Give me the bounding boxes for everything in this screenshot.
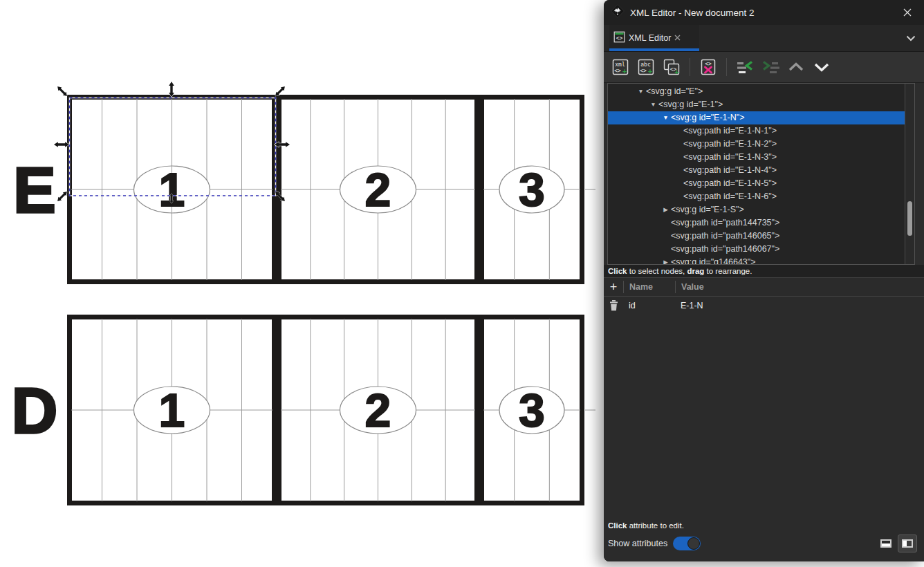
dialog-bottombar: Show attributes: [604, 531, 924, 561]
scale-handle-left[interactable]: [54, 142, 69, 147]
trash-icon: [609, 300, 618, 311]
chevron-down-icon: [813, 59, 831, 75]
unindent-node-button[interactable]: [734, 56, 756, 78]
attr-status-text: attribute to edit.: [627, 521, 684, 530]
expander-open-icon[interactable]: ▼: [648, 98, 658, 111]
panel-menu-chevron-icon[interactable]: [906, 32, 916, 44]
svg-text:+: +: [674, 68, 678, 76]
delete-node-button[interactable]: <>: [697, 56, 719, 78]
tree-node[interactable]: <svg:path id="E-1-N-1">: [608, 124, 905, 138]
tree-node-label: <svg:path id="E-1-N-2">: [683, 138, 777, 151]
tree-node-label: <svg:path id="path146065">: [671, 230, 779, 243]
delete-attribute-button[interactable]: [604, 300, 623, 311]
delete-node-icon: <>: [699, 57, 718, 77]
expander-spacer: [673, 124, 683, 138]
new-text-node-button[interactable]: abc <> +: [635, 56, 657, 78]
duplicate-node-button[interactable]: <> +: [660, 56, 683, 78]
tree-node[interactable]: <svg:path id="E-1-N-2">: [608, 138, 905, 151]
layout-vertical-button[interactable]: [898, 535, 917, 552]
move-node-down-button[interactable]: [811, 56, 833, 78]
vertical-split-icon: [902, 539, 913, 548]
tab-xml-editor[interactable]: <> XML Editor: [609, 25, 699, 51]
tree-node-label: <svg:path id="path146067">: [671, 243, 779, 256]
tab-close-icon[interactable]: [674, 33, 681, 43]
tree-node-label: <svg:g id="E-1-S">: [671, 203, 744, 216]
toggle-knob: [687, 537, 700, 550]
show-attributes-label: Show attributes: [608, 539, 667, 548]
attr-status-bold: Click: [608, 521, 627, 530]
attribute-name[interactable]: id: [623, 301, 675, 310]
tree-status: Click to select nodes, drag to rearrange…: [604, 265, 924, 277]
expander-spacer: [673, 177, 683, 190]
show-attributes-toggle[interactable]: [673, 537, 701, 550]
expander-closed-icon[interactable]: ▶: [660, 203, 671, 216]
svg-text:<>: <>: [616, 35, 623, 41]
section-number[interactable]: 2: [365, 163, 391, 216]
row-D-group[interactable]: 123D: [12, 317, 595, 503]
xml-editor-dialog: XML Editor - New document 2 <> XML Edito…: [604, 0, 924, 561]
tree-node[interactable]: <svg:path id="E-1-N-4">: [608, 164, 905, 177]
tree-node[interactable]: ▶<svg:g id="g146643">: [608, 256, 905, 264]
scale-handle-top-left[interactable]: [56, 85, 69, 98]
dialog-title: XML Editor - New document 2: [630, 8, 899, 18]
tree-node-label: <svg:path id="path144735">: [671, 216, 779, 230]
expander-open-icon[interactable]: ▼: [660, 111, 671, 124]
attribute-value[interactable]: E-1-N: [675, 301, 924, 310]
tree-node[interactable]: <svg:path id="E-1-N-6">: [608, 190, 905, 203]
layout-horizontal-button[interactable]: [877, 535, 895, 552]
add-attribute-button[interactable]: +: [604, 279, 623, 295]
tree-node[interactable]: <svg:path id="path146067">: [608, 243, 905, 256]
row-label[interactable]: E: [13, 155, 55, 225]
expander-spacer: [660, 230, 671, 243]
tree-scrollbar[interactable]: [905, 84, 914, 264]
tree-node[interactable]: ▼<svg:g id="E-1">: [608, 98, 905, 111]
expander-spacer: [673, 164, 683, 177]
section-number[interactable]: 1: [159, 163, 185, 216]
attribute-status: Click attribute to edit.: [604, 520, 924, 531]
move-node-up-button[interactable]: [785, 56, 807, 78]
svg-text:<>: <>: [614, 68, 621, 74]
tree-node-label: <svg:g id="E-1">: [658, 98, 723, 111]
indent-node-icon: [761, 60, 779, 74]
tree-node-label: <svg:path id="E-1-N-3">: [683, 151, 777, 164]
attr-name-header: Name: [624, 282, 675, 292]
dialog-titlebar[interactable]: XML Editor - New document 2: [604, 0, 924, 25]
tree-node[interactable]: ▼<svg:g id="E">: [608, 85, 905, 98]
scale-handle-top[interactable]: [169, 82, 174, 97]
section-number[interactable]: 3: [519, 384, 545, 436]
expander-closed-icon[interactable]: ▶: [660, 256, 671, 264]
new-element-node-icon: xml <> +: [611, 57, 630, 77]
unindent-node-icon: [736, 60, 754, 74]
section-number[interactable]: 3: [519, 163, 545, 216]
svg-text:<>: <>: [640, 68, 647, 74]
tree-node-label: <svg:g id="g146643">: [671, 256, 756, 264]
tree-node[interactable]: ▼<svg:g id="E-1-N">: [608, 111, 905, 124]
expander-open-icon[interactable]: ▼: [636, 85, 646, 98]
tree-scrollbar-thumb[interactable]: [907, 201, 912, 236]
tree-node-label: <svg:g id="E">: [646, 85, 703, 98]
dialog-close-button[interactable]: [899, 4, 916, 21]
tree-node[interactable]: ▶<svg:g id="E-1-S">: [608, 203, 905, 216]
scale-handle-bottom-left[interactable]: [56, 190, 69, 203]
xml-tree: ▼<svg:g id="E">▼<svg:g id="E-1">▼<svg:g …: [607, 83, 915, 265]
row-E-group[interactable]: 123E: [13, 97, 595, 282]
attributes-header: + Name Value: [604, 278, 924, 297]
svg-text:<>: <>: [705, 61, 712, 67]
tree-node-label: <svg:path id="E-1-N-5">: [683, 177, 777, 190]
section-number[interactable]: 1: [159, 384, 185, 436]
attr-value-header: Value: [676, 282, 924, 292]
tab-label: XML Editor: [629, 33, 671, 43]
new-element-node-button[interactable]: xml <> +: [609, 56, 631, 78]
tree-node[interactable]: <svg:path id="E-1-N-3">: [608, 151, 905, 164]
tree-node[interactable]: <svg:path id="path146065">: [608, 230, 905, 243]
row-label[interactable]: D: [12, 375, 57, 446]
section-number[interactable]: 2: [365, 384, 391, 436]
attribute-row[interactable]: id E-1-N: [604, 297, 924, 314]
toolbar-separator: [690, 58, 690, 76]
expander-spacer: [660, 243, 671, 256]
drawing-canvas[interactable]: 123E123D: [0, 0, 606, 567]
indent-node-button[interactable]: [759, 56, 782, 78]
dialog-tabbar: <> XML Editor: [604, 25, 924, 52]
tree-node[interactable]: <svg:path id="path144735">: [608, 216, 905, 230]
tree-node[interactable]: <svg:path id="E-1-N-5">: [608, 177, 905, 190]
